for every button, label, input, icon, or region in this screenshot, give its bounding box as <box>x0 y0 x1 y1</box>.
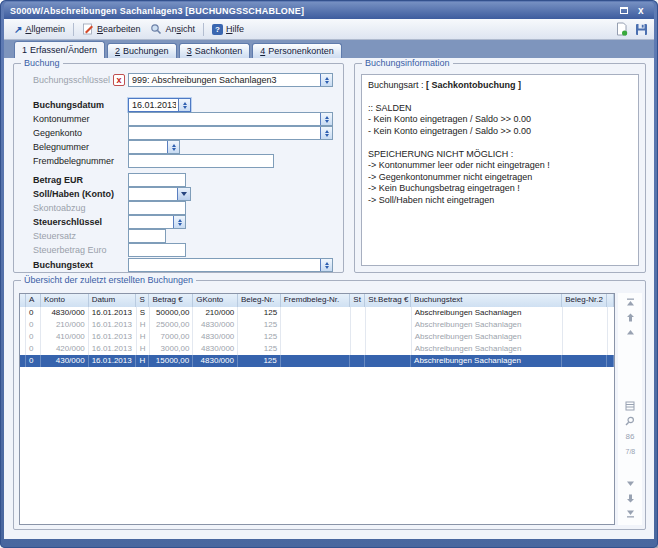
cell-s: H <box>137 319 150 331</box>
steuerbetrag-euro-field[interactable] <box>128 243 186 257</box>
row-steuerbetrag-euro: Steuerbetrag Euro <box>14 243 343 257</box>
tab-erfassen-aendern[interactable]: 1Erfassen/Ändern <box>14 41 105 58</box>
spinner-icon[interactable] <box>167 141 179 153</box>
form-view-icon <box>625 401 635 411</box>
buchungsdatum-field[interactable]: 16.01.2013 <box>128 98 191 112</box>
kontonummer-label: Kontonummer <box>33 114 90 124</box>
scroll-to-top-icon <box>626 298 635 307</box>
cell-a: 0 <box>26 355 41 367</box>
cell-filler <box>608 331 614 343</box>
steuerschluessel-label: Steuerschlüssel <box>33 217 102 227</box>
view-icon <box>150 23 162 35</box>
cell-s: S <box>137 307 150 319</box>
row-gegenkonto: Gegenkonto <box>14 126 343 140</box>
spinner-icon[interactable] <box>320 259 332 271</box>
skontoabzug-label: Skontoabzug <box>33 203 86 213</box>
fremdbelegnummer-field[interactable] <box>128 154 274 168</box>
row-buchungsschluessel: Buchungsschlüssel x 999: Abschreibungen … <box>14 73 343 87</box>
close-icon: x <box>638 6 644 16</box>
col-header-st-betrag[interactable]: St.Betrag € <box>365 294 411 307</box>
group-buchungsinformation: Buchungsinformation Buchungsart : [ Sach… <box>354 63 646 273</box>
cell-st <box>351 331 366 343</box>
group-uebersicht: Übersicht der zuletzt erstellten Buchung… <box>13 280 646 530</box>
betrag-eur-field[interactable] <box>128 173 186 187</box>
info-line <box>368 137 632 149</box>
form-view-button[interactable] <box>623 399 637 412</box>
skontoabzug-field[interactable] <box>128 201 186 215</box>
restore-button[interactable] <box>617 5 631 17</box>
cell-text: Abschreibungen Sachanlagen <box>412 343 563 355</box>
ratio-icon: 7/8 <box>625 446 636 455</box>
tab-buchungen[interactable]: 2Buchungen <box>107 43 177 58</box>
table-row[interactable]: 0 410/000 16.01.2013 H 7000,00 4830/000 … <box>20 331 614 343</box>
cell-fremdbeleg <box>281 355 351 367</box>
save-button[interactable] <box>633 22 649 37</box>
steuersatz-field[interactable] <box>128 229 166 243</box>
ratio-button[interactable]: 7/8 <box>623 444 637 457</box>
menu-ansicht[interactable]: Ansicht <box>145 21 200 37</box>
spinner-icon[interactable] <box>320 127 332 139</box>
col-header-gkonto[interactable]: GKonto <box>193 294 238 307</box>
col-header-beleg-nr[interactable]: Beleg-Nr. <box>238 294 281 307</box>
count-button[interactable]: 86 <box>623 429 637 442</box>
steuerschluessel-field[interactable] <box>128 215 186 229</box>
tab-sachkonten[interactable]: 3Sachkonten <box>179 43 251 58</box>
new-document-button[interactable] <box>613 22 629 37</box>
cell-beleg2 <box>562 355 607 367</box>
menu-hilfe-label: Hilfe <box>226 24 244 34</box>
col-header-betrag[interactable]: Betrag € <box>149 294 193 307</box>
search-button[interactable] <box>623 414 637 427</box>
row-buchungsdatum: Buchungsdatum 16.01.2013 <box>14 98 343 112</box>
group-info-title: Buchungsinformation <box>362 58 453 68</box>
scroll-to-bottom-button[interactable] <box>623 507 637 520</box>
buchungstext-combo[interactable] <box>128 258 333 272</box>
menu-hilfe[interactable]: ? Hilfe <box>207 22 249 37</box>
table-row[interactable]: 0 4830/000 16.01.2013 S 50000,00 210/000… <box>20 307 614 319</box>
buchungsart-value: [ Sachkontobuchung ] <box>426 80 521 90</box>
kontonummer-combo[interactable] <box>128 112 333 126</box>
cell-beleg2 <box>563 307 608 319</box>
belegnummer-field[interactable] <box>128 140 180 154</box>
col-header-s[interactable]: S <box>136 294 149 307</box>
step-down-button[interactable] <box>623 477 637 490</box>
spinner-icon[interactable] <box>320 113 332 125</box>
col-header-a[interactable]: A <box>26 294 41 307</box>
spinner-icon[interactable] <box>178 99 190 111</box>
cell-beleg2 <box>563 331 608 343</box>
close-button[interactable]: x <box>634 5 648 17</box>
col-header-konto[interactable]: Konto <box>41 294 89 307</box>
table-row-selected[interactable]: 0 430/000 16.01.2013 H 15000,00 4830/000… <box>20 355 614 367</box>
step-up-button[interactable] <box>623 326 637 339</box>
app-window: S000W/Abschreibungen Sachanlagen3 [BUCHU… <box>0 0 658 548</box>
cell-beleg: 125 <box>238 307 281 319</box>
table-header-row: A Konto Datum S Betrag € GKonto Beleg-Nr… <box>20 294 614 307</box>
cell-gkonto: 4830/000 <box>193 343 238 355</box>
col-header-datum[interactable]: Datum <box>89 294 137 307</box>
group-buchung: Buchung Buchungsschlüssel x 999: Abschre… <box>13 63 344 273</box>
buchungsschluessel-combo[interactable]: 999: Abschreibungen Sachanlagen3 <box>128 73 333 87</box>
gegenkonto-label: Gegenkonto <box>33 128 82 138</box>
col-header-st[interactable]: St <box>350 294 365 307</box>
move-up-button[interactable] <box>623 311 637 324</box>
menu-bearbeiten[interactable]: Bearbeiten <box>77 21 146 37</box>
spinner-icon[interactable] <box>173 216 185 228</box>
count-icon: 86 <box>625 431 636 440</box>
scroll-to-bottom-icon <box>626 509 635 518</box>
menu-allgemein[interactable]: ↗ Allgemein <box>9 22 70 36</box>
table-row[interactable]: 0 420/000 16.01.2013 H 3000,00 4830/000 … <box>20 343 614 355</box>
move-down-button[interactable] <box>623 492 637 505</box>
col-header-beleg-nr-2[interactable]: Beleg-Nr.2 <box>562 294 607 307</box>
col-header-fremdbeleg-nr[interactable]: Fremdbeleg-Nr. <box>281 294 351 307</box>
table-row[interactable]: 0 210/000 16.01.2013 H 25000,00 4830/000… <box>20 319 614 331</box>
chevron-down-icon[interactable] <box>177 188 190 200</box>
spinner-icon[interactable] <box>320 74 332 86</box>
tab-personenkonten[interactable]: 4Personenkonten <box>252 43 342 58</box>
col-header-buchungstext[interactable]: Buchungstext <box>411 294 562 307</box>
row-skontoabzug: Skontoabzug <box>14 201 343 215</box>
move-up-icon <box>626 313 635 322</box>
cell-text: Abschreibungen Sachanlagen <box>412 331 563 343</box>
soll-haben-combo[interactable] <box>128 187 191 201</box>
clear-icon[interactable]: x <box>113 74 125 86</box>
scroll-to-top-button[interactable] <box>623 296 637 309</box>
gegenkonto-combo[interactable] <box>128 126 333 140</box>
